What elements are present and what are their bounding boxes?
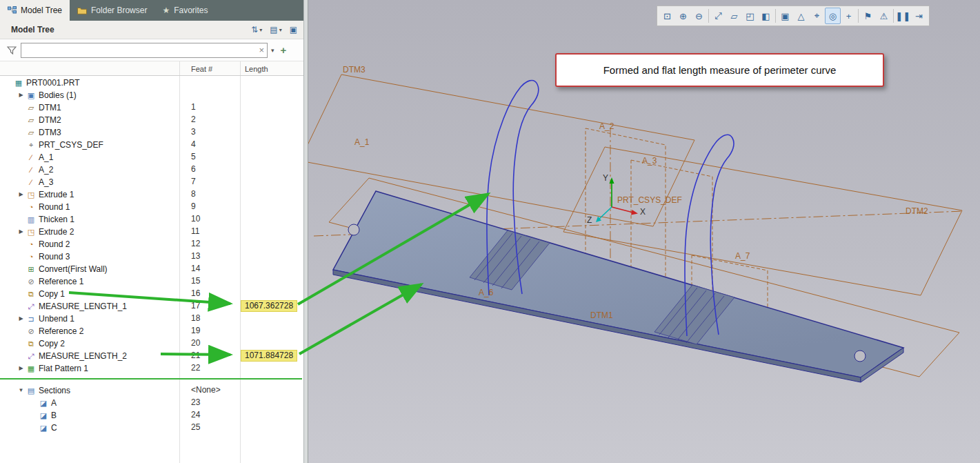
tree-row[interactable]: ▥Thicken 110	[0, 213, 303, 225]
datum-label-prt_csys_def[interactable]: PRT_CSYS_DEF	[617, 195, 682, 205]
expand-icon[interactable]: ▶	[17, 313, 26, 325]
tree-item-label[interactable]: C	[49, 423, 57, 433]
tree-row[interactable]: ⤢MEASURE_LENGTH_2211071.884728	[0, 349, 303, 362]
tree-item-label[interactable]: Sections	[37, 386, 70, 395]
clipping-icon[interactable]: ▱	[726, 8, 742, 24]
saved-views-icon[interactable]: ◰	[742, 8, 758, 24]
datum-plane-display-icon[interactable]: △	[793, 8, 809, 24]
tree-item-label[interactable]: Flat Pattern 1	[37, 364, 88, 373]
add-filter-button[interactable]: +	[278, 44, 290, 56]
datum-label-a_2[interactable]: A_2	[599, 121, 614, 131]
tree-row[interactable]: ⊞Convert(First Wall)14	[0, 262, 303, 275]
tree-item-label[interactable]: Round 3	[37, 252, 70, 262]
tree-row[interactable]: ◪B24	[0, 408, 303, 421]
datum-label-a_6[interactable]: A_6	[479, 288, 493, 297]
datum-label-dtm2[interactable]: DTM2	[906, 206, 928, 216]
datum-axis-display-icon[interactable]: ⌖	[809, 8, 825, 24]
datum-label-a_7[interactable]: A_7	[735, 251, 750, 261]
tree-item-label[interactable]: MEASURE_LENGTH_1	[37, 302, 127, 311]
tree-item-label[interactable]: DTM2	[37, 115, 61, 125]
tree-row[interactable]: ▶⊐Unbend 118	[0, 312, 303, 324]
tab-folder-browser[interactable]: Folder Browser	[70, 0, 154, 21]
tree-row[interactable]: ⊘Reference 219	[0, 324, 303, 337]
tree-item-label[interactable]: Round 1	[37, 202, 70, 212]
datum-label-a_3[interactable]: A_3	[642, 156, 657, 166]
spin-center-icon[interactable]: ◎	[825, 8, 841, 24]
tree-item-label[interactable]: DTM3	[37, 128, 61, 137]
zoom-out-icon[interactable]: ⊖	[691, 8, 707, 24]
tree-item-label[interactable]: DTM1	[37, 103, 61, 112]
axis-label-x[interactable]: X	[640, 207, 646, 217]
tree-row[interactable]: ▱DTM11	[0, 101, 303, 113]
tree-row[interactable]: ∕A_15	[0, 150, 303, 163]
tree-item-label[interactable]: Thicken 1	[37, 215, 74, 224]
scene-icon[interactable]: ▣	[777, 8, 793, 24]
tree-row[interactable]: ∕A_37	[0, 175, 303, 188]
tree-row[interactable]: ⌖PRT_CSYS_DEF4	[0, 138, 303, 150]
datum-label-a_1[interactable]: A_1	[354, 137, 369, 147]
tab-favorites[interactable]: ★ Favorites	[154, 0, 215, 21]
tree-row[interactable]: ▶▣Bodies (1)	[0, 88, 303, 101]
expand-icon[interactable]: ▶	[17, 226, 26, 238]
display-style-icon[interactable]: ◧	[758, 8, 774, 24]
column-feat-label[interactable]: Feat #	[191, 61, 212, 77]
warning-icon[interactable]: ⚠	[876, 8, 892, 24]
pause-icon[interactable]: ❚❚	[895, 8, 911, 24]
tree-row[interactable]: ⧉Copy 116	[0, 287, 303, 299]
tree-row[interactable]: ◔Round 313	[0, 250, 303, 262]
tree-row[interactable]: ▼▤Sections<None>	[0, 384, 303, 396]
tree-item-label[interactable]: Convert(First Wall)	[37, 264, 108, 274]
tree-row[interactable]: ▶▦Flat Pattern 122	[0, 362, 303, 374]
tree-item-label[interactable]: Round 2	[37, 239, 70, 249]
tab-model-tree[interactable]: Model Tree	[0, 0, 70, 21]
collapse-icon[interactable]: ▼	[17, 384, 26, 397]
refit-icon[interactable]: ⤢	[710, 8, 726, 24]
tree-item-label[interactable]: Unbend 1	[37, 314, 74, 324]
tree-columns-button[interactable]: ▤ ▾	[267, 23, 284, 37]
tree-item-label[interactable]: Extrude 2	[37, 227, 74, 237]
tree-item-label[interactable]: A_2	[37, 165, 53, 175]
tree-row[interactable]: ∕A_26	[0, 163, 303, 175]
tree-item-label[interactable]: PRT_CSYS_DEF	[37, 140, 103, 150]
tree-item-label[interactable]: Copy 2	[37, 339, 65, 348]
panel-splitter[interactable]	[303, 0, 308, 463]
insert-here-indicator[interactable]	[0, 374, 303, 384]
zoom-region-icon[interactable]: ⊡	[659, 8, 675, 24]
tree-filters-button[interactable]: ⇅ ▾	[248, 23, 265, 37]
tree-item-label[interactable]: Extrude 1	[37, 190, 74, 199]
clear-search-icon[interactable]: ×	[259, 45, 264, 56]
tree-row[interactable]: ◔Round 212	[0, 237, 303, 250]
expand-icon[interactable]: ▶	[17, 362, 26, 375]
tree-row[interactable]: ⊘Reference 115	[0, 275, 303, 287]
tree-item-label[interactable]: B	[49, 411, 57, 420]
tree-item-label[interactable]: Reference 1	[37, 277, 83, 286]
search-options-dropdown[interactable]: ▾	[268, 44, 278, 57]
tree-item-label[interactable]: Reference 2	[37, 326, 83, 336]
expand-icon[interactable]: ▶	[17, 188, 26, 201]
tree-row[interactable]: ⤢MEASURE_LENGTH_1171067.362728	[0, 299, 303, 312]
tree-row[interactable]: ◪C25	[0, 421, 303, 433]
tree-row[interactable]: ▱DTM22	[0, 113, 303, 126]
tree-row[interactable]: ▶◳Extrude 211	[0, 225, 303, 237]
tree-row[interactable]: ◪A23	[0, 396, 303, 408]
annotation-display-icon[interactable]: ⚑	[860, 8, 876, 24]
tree-row[interactable]: ▦PRT0001.PRT	[0, 76, 303, 88]
zoom-in-icon[interactable]: ⊕	[675, 8, 691, 24]
tree-item-label[interactable]: Copy 1	[37, 289, 65, 299]
tree-row[interactable]: ◔Round 19	[0, 200, 303, 213]
exit-icon[interactable]: ⇥	[911, 8, 927, 24]
tree-item-label[interactable]: A_3	[37, 177, 53, 187]
datum-label-dtm3[interactable]: DTM3	[343, 65, 366, 75]
tree-item-label[interactable]: A_1	[37, 152, 53, 162]
tree-item-label[interactable]: PRT0001.PRT	[24, 78, 80, 88]
collapse-all-button[interactable]: ▣	[287, 23, 300, 37]
tree-row[interactable]: ⧉Copy 220	[0, 337, 303, 349]
tree-search-input[interactable]	[21, 43, 267, 57]
viewport[interactable]: ⊡⊕⊖⤢▱◰◧▣△⌖◎+⚑⚠❚❚⇥ Formed and flat length…	[308, 0, 980, 463]
axis-label-z[interactable]: Z	[587, 215, 592, 225]
tree-item-label[interactable]: Bodies (1)	[37, 90, 77, 100]
csys-display-icon[interactable]: +	[841, 8, 857, 24]
axis-label-y[interactable]: Y	[603, 173, 608, 183]
tree-row[interactable]: ▶◳Extrude 18	[0, 188, 303, 200]
tree-item-label[interactable]: A	[49, 398, 57, 408]
